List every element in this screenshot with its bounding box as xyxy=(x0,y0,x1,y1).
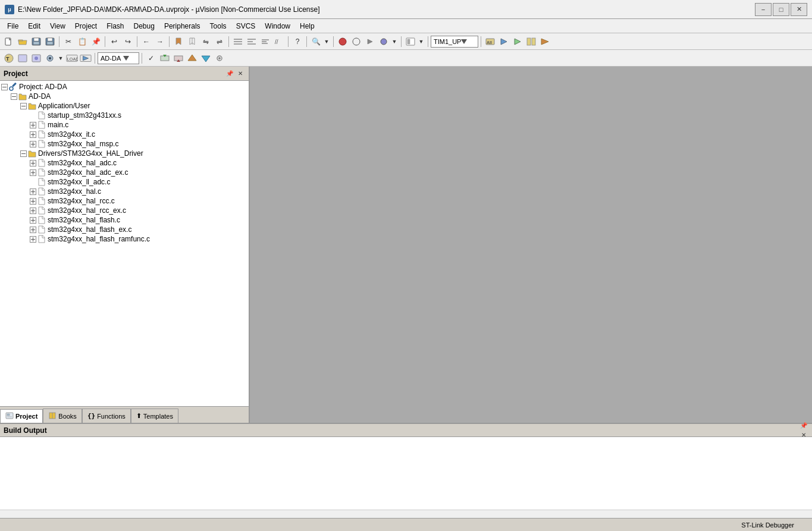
tree-item[interactable]: stm32g4xx_hal_flash_ex.c xyxy=(0,225,249,234)
menu-item-help[interactable]: Help xyxy=(295,19,319,33)
menu-item-flash[interactable]: Flash xyxy=(102,19,128,33)
help-search-button[interactable]: ? xyxy=(291,35,304,48)
tb2-check-btn[interactable]: ✓ xyxy=(145,52,158,65)
menu-item-project[interactable]: Project xyxy=(70,19,102,33)
comment-button[interactable]: // xyxy=(272,35,286,48)
tree-item[interactable]: stm32g4xx_hal.c xyxy=(0,187,249,196)
menu-item-window[interactable]: Window xyxy=(260,19,295,33)
tb2-gear-btn[interactable] xyxy=(213,52,226,65)
run2-button[interactable] xyxy=(363,35,377,48)
tb2-config1-btn[interactable] xyxy=(158,52,171,65)
tab-project[interactable]: Project xyxy=(0,409,43,423)
rebuild-button[interactable]: All xyxy=(484,35,497,48)
tree-expand-icon[interactable] xyxy=(29,235,37,243)
debug-button[interactable] xyxy=(377,35,390,48)
tree-expand-icon[interactable] xyxy=(19,102,27,110)
redo-button[interactable]: ↪ xyxy=(121,35,134,48)
build-output-hscroll[interactable] xyxy=(0,510,812,518)
unindent-button[interactable] xyxy=(245,35,258,48)
run-stop-button[interactable] xyxy=(336,35,349,48)
tree-expand-icon[interactable] xyxy=(29,187,37,196)
translate-button[interactable] xyxy=(511,35,524,48)
tb2-config4-btn[interactable] xyxy=(199,52,212,65)
format-button[interactable] xyxy=(259,35,272,48)
target-dropdown[interactable]: TIM1_UP xyxy=(431,36,478,48)
tree-expand-icon[interactable] xyxy=(29,121,37,129)
tree-item[interactable]: Drivers/STM32G4xx_HAL_Driver xyxy=(0,149,249,158)
bookmark4-button[interactable]: ⇌ xyxy=(213,35,226,48)
navigate-fwd-button[interactable]: → xyxy=(153,35,167,48)
project-name-dropdown[interactable]: AD-DA xyxy=(98,52,139,64)
pin-icon[interactable]: 📌 xyxy=(225,69,234,78)
debug-start-button[interactable] xyxy=(538,35,551,48)
tree-item[interactable]: AD-DA xyxy=(0,92,249,101)
tree-item[interactable]: Application/User xyxy=(0,101,249,111)
tree-item[interactable]: Project: AD-DA xyxy=(0,82,249,92)
tb2-load-btn[interactable] xyxy=(79,52,92,65)
menu-item-debug[interactable]: Debug xyxy=(129,19,159,33)
copy-button[interactable]: 📋 xyxy=(76,35,89,48)
cut-button[interactable]: ✂ xyxy=(62,35,75,48)
tb2-cfg-dropdown[interactable]: ▼ xyxy=(57,52,65,65)
panel-close-icon[interactable]: ✕ xyxy=(236,69,245,78)
tree-expand-icon[interactable] xyxy=(29,130,37,139)
indent-button[interactable] xyxy=(231,35,244,48)
tree-expand-icon[interactable] xyxy=(10,92,18,100)
menu-item-file[interactable]: File xyxy=(2,19,23,33)
tb2-btn1[interactable]: T xyxy=(2,52,15,65)
tab-functions[interactable]: {}Functions xyxy=(82,409,131,423)
tree-item[interactable]: stm32g4xx_hal_msp.c xyxy=(0,139,249,149)
menu-item-svcs[interactable]: SVCS xyxy=(231,19,261,33)
menu-item-view[interactable]: View xyxy=(45,19,70,33)
bookmark3-button[interactable]: ⇋ xyxy=(199,35,212,48)
tab-books[interactable]: Books xyxy=(43,409,82,423)
options-dropdown-button[interactable]: ▼ xyxy=(417,35,425,48)
run-button[interactable] xyxy=(350,35,363,48)
batch-build-button[interactable] xyxy=(525,35,538,48)
zoom-dropdown-button[interactable]: ▼ xyxy=(322,35,331,48)
tree-item[interactable]: stm32g4xx_hal_flash_ramfunc.c xyxy=(0,234,249,244)
menu-item-tools[interactable]: Tools xyxy=(205,19,231,33)
tree-item[interactable]: stm32g4xx_hal_rcc_ex.c xyxy=(0,206,249,215)
tree-expand-icon[interactable] xyxy=(29,225,37,234)
tree-expand-icon[interactable] xyxy=(29,197,37,205)
tab-templates[interactable]: ⬆Templates xyxy=(131,409,178,423)
tree-item[interactable]: startup_stm32g431xx.s xyxy=(0,111,249,120)
bookmark2-button[interactable] xyxy=(186,35,199,48)
zoom-button[interactable]: 🔍 xyxy=(309,35,322,48)
tree-item[interactable]: stm32g4xx_hal_adc.c xyxy=(0,158,249,168)
maximize-button[interactable]: □ xyxy=(773,3,789,16)
options-button[interactable] xyxy=(404,35,417,48)
tb2-config3-btn[interactable] xyxy=(186,52,199,65)
navigate-back-button[interactable]: ← xyxy=(140,35,153,48)
tree-item[interactable]: stm32g4xx_hal_adc_ex.c xyxy=(0,168,249,177)
tree-expand-icon[interactable] xyxy=(29,168,37,177)
tree-item[interactable]: stm32g4xx_hal_rcc.c xyxy=(0,196,249,206)
tree-expand-icon[interactable] xyxy=(19,149,27,158)
paste-button[interactable]: 📌 xyxy=(89,35,102,48)
undo-button[interactable]: ↩ xyxy=(108,35,121,48)
build-output-pin-icon[interactable]: 📌 xyxy=(799,421,808,431)
save-button[interactable] xyxy=(30,35,43,48)
tree-expand-icon[interactable] xyxy=(0,83,8,91)
tree-expand-icon[interactable] xyxy=(29,206,37,215)
bookmark1-button[interactable] xyxy=(172,35,185,48)
tb2-config2-btn[interactable] xyxy=(172,52,185,65)
tb2-btn2[interactable] xyxy=(16,52,29,65)
tree-item[interactable]: main.c xyxy=(0,120,249,130)
tree-expand-icon[interactable] xyxy=(29,159,37,167)
tree-expand-icon[interactable] xyxy=(29,140,37,148)
build-button[interactable] xyxy=(497,35,510,48)
close-button[interactable]: ✕ xyxy=(791,3,807,16)
tb2-btn3[interactable] xyxy=(30,52,43,65)
tb2-manage-btn[interactable]: LOAD xyxy=(65,52,79,65)
tree-expand-icon[interactable] xyxy=(29,216,37,224)
tree-item[interactable]: stm32g4xx_hal_flash.c xyxy=(0,215,249,225)
tree-item[interactable]: stm32g4xx_it.c xyxy=(0,130,249,139)
menu-item-peripherals[interactable]: Peripherals xyxy=(159,19,205,33)
tree-item[interactable]: stm32g4xx_ll_adc.c xyxy=(0,177,249,187)
tb2-cfg-btn[interactable] xyxy=(43,52,57,65)
save-all-button[interactable] xyxy=(43,35,57,48)
debug-dropdown-button[interactable]: ▼ xyxy=(390,35,399,48)
new-file-button[interactable] xyxy=(2,35,15,48)
